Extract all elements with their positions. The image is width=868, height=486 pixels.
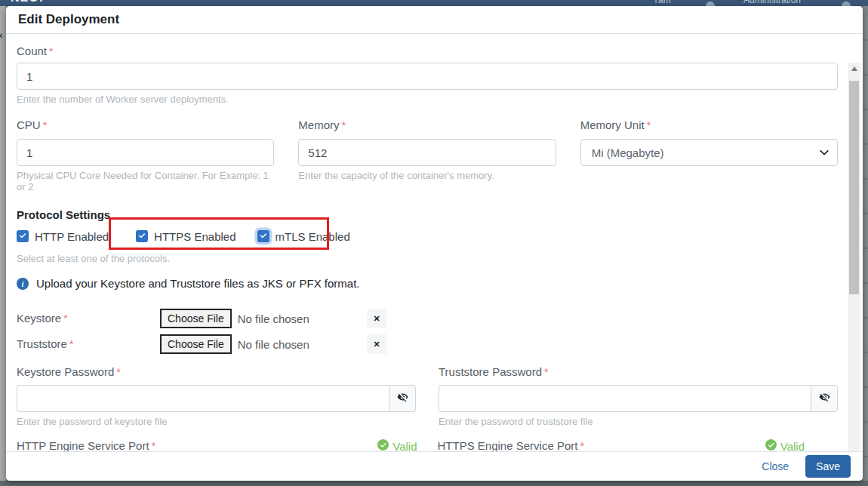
navbar-text-fragment: Administration <box>743 0 801 5</box>
scrollbar-thumb[interactable] <box>849 81 859 294</box>
valid-badge-text: Valid <box>780 440 805 452</box>
choose-file-button[interactable]: Choose File <box>160 309 232 328</box>
clear-truststore-button[interactable]: ✕ <box>367 334 386 354</box>
required-asterisk: * <box>63 312 67 325</box>
keystore-password-helper: Enter the password of keystore file <box>17 416 416 427</box>
checkbox-checked-icon[interactable] <box>136 230 148 242</box>
app-navbar: NEO! Yam Administration <box>0 0 868 6</box>
memory-label: Memory <box>298 118 339 131</box>
required-asterisk: * <box>49 45 53 57</box>
modal-scrollbar[interactable] <box>848 63 860 451</box>
file-status-text: No file chosen <box>238 312 309 325</box>
truststore-file-row: Truststore* Choose File No file chosen ✕ <box>17 334 838 355</box>
count-field-group: Count* Enter the number of Worker server… <box>17 45 838 105</box>
choose-file-button[interactable]: Choose File <box>160 334 232 354</box>
modal-title: Edit Deployment <box>18 12 119 27</box>
app-logo: NEO! <box>11 0 44 5</box>
modal-body: Count* Enter the number of Worker server… <box>6 34 863 451</box>
memory-helper-text: Enter the capacity of the container's me… <box>298 170 556 181</box>
upload-note-text: Upload your Keystore and Truststore file… <box>36 277 360 290</box>
page-backdrop-left: ✕ <box>0 6 6 481</box>
ports-row: HTTP Engine Service Port* Valid HTT <box>17 439 838 451</box>
count-input[interactable] <box>17 63 838 90</box>
cpu-input[interactable] <box>17 139 274 166</box>
checkbox-label: mTLS Enabled <box>275 230 350 243</box>
memory-unit-select[interactable]: Mi (Megabyte) <box>580 139 838 166</box>
required-asterisk: * <box>116 366 120 378</box>
http-port-group: HTTP Engine Service Port* Valid <box>17 439 417 451</box>
save-button[interactable]: Save <box>805 455 851 478</box>
required-asterisk: * <box>342 119 346 131</box>
checkbox-label: HTTPS Enabled <box>154 230 235 243</box>
page-backdrop-right <box>863 6 868 481</box>
required-asterisk: * <box>647 119 651 131</box>
checkbox-checked-icon[interactable] <box>257 230 269 242</box>
clear-keystore-button[interactable]: ✕ <box>367 309 386 328</box>
keystore-password-group: Keystore Password* Enter the password of… <box>17 365 416 427</box>
checkbox-mtls-enabled[interactable]: mTLS Enabled <box>257 230 350 243</box>
truststore-password-group: Truststore Password* Enter the password … <box>439 365 838 427</box>
required-asterisk: * <box>69 338 73 350</box>
keystore-file-input[interactable]: Choose File No file chosen <box>160 309 350 328</box>
toggle-password-visibility-button[interactable] <box>811 385 838 412</box>
modal-footer: Close Save <box>6 451 863 481</box>
truststore-password-input[interactable] <box>439 385 811 412</box>
checkbox-https-enabled[interactable]: HTTPS Enabled <box>136 230 235 243</box>
truststore-label: Truststore* <box>17 337 160 351</box>
check-circle-icon <box>377 439 389 451</box>
checkbox-label: HTTP Enabled <box>35 230 109 243</box>
https-port-group: HTTPS Engine Service Port* Valid <box>438 439 839 451</box>
page-backdrop-bottom <box>0 481 868 486</box>
modal-header: Edit Deployment <box>6 6 863 34</box>
count-helper-text: Enter the number of Worker server deploy… <box>17 94 838 105</box>
valid-badge-text: Valid <box>392 440 417 452</box>
required-asterisk: * <box>152 440 155 451</box>
resources-row: CPU* Physical CPU Core Needed for Contai… <box>17 118 838 192</box>
close-button[interactable]: Close <box>762 460 789 472</box>
http-port-label: HTTP Engine Service Port* <box>17 439 155 451</box>
keystore-password-label: Keystore Password <box>17 365 114 378</box>
eye-slash-icon <box>819 392 830 406</box>
protocol-checkbox-row: HTTP Enabled HTTPS Enabled mTLS Enabled <box>17 229 838 243</box>
keystore-password-input[interactable] <box>17 385 389 412</box>
required-asterisk: * <box>580 440 583 451</box>
https-port-valid-badge: Valid <box>765 439 805 451</box>
truststore-file-input[interactable]: Choose File No file chosen <box>160 334 350 354</box>
memory-unit-label: Memory Unit <box>580 118 645 131</box>
https-port-label: HTTPS Engine Service Port* <box>438 439 584 451</box>
navbar-text-fragment: Yam <box>653 0 671 5</box>
cpu-helper-text: Physical CPU Core Needed for Container. … <box>17 170 274 192</box>
checkbox-http-enabled[interactable]: HTTP Enabled <box>17 230 109 243</box>
check-circle-icon <box>765 439 777 451</box>
sidebar-collapse-icon: ✕ <box>0 32 3 40</box>
memory-unit-selected-value: Mi (Megabyte) <box>592 146 664 159</box>
http-port-valid-badge: Valid <box>377 439 417 451</box>
toggle-password-visibility-button[interactable] <box>389 385 416 412</box>
cpu-field-group: CPU* Physical CPU Core Needed for Contai… <box>17 118 274 192</box>
truststore-password-helper: Enter the password of truststore file <box>439 416 838 427</box>
edit-deployment-modal: Edit Deployment Count* Enter the number … <box>6 6 863 481</box>
file-status-text: No file chosen <box>238 338 309 351</box>
required-asterisk: * <box>544 366 548 378</box>
info-icon: i <box>17 278 29 290</box>
eye-slash-icon <box>397 392 408 406</box>
protocol-settings-heading: Protocol Settings <box>17 208 838 221</box>
count-label: Count <box>17 45 47 57</box>
memory-input[interactable] <box>298 139 556 166</box>
truststore-password-label: Truststore Password <box>439 365 542 378</box>
upload-note-row: i Upload your Keystore and Truststore fi… <box>17 277 838 290</box>
protocol-helper-text: Select at least one of the protocols. <box>17 253 838 264</box>
required-asterisk: * <box>43 119 47 131</box>
cpu-label: CPU <box>17 118 41 131</box>
scroll-up-arrow[interactable] <box>848 63 860 74</box>
keystore-label: Keystore* <box>17 312 160 325</box>
memory-unit-field-group: Memory Unit* Mi (Megabyte) <box>580 118 838 192</box>
passwords-row: Keystore Password* Enter the password of… <box>17 365 838 427</box>
checkbox-checked-icon[interactable] <box>17 230 29 242</box>
keystore-file-row: Keystore* Choose File No file chosen ✕ <box>17 308 838 329</box>
chevron-down-icon <box>819 147 830 160</box>
memory-field-group: Memory* Enter the capacity of the contai… <box>298 118 556 192</box>
